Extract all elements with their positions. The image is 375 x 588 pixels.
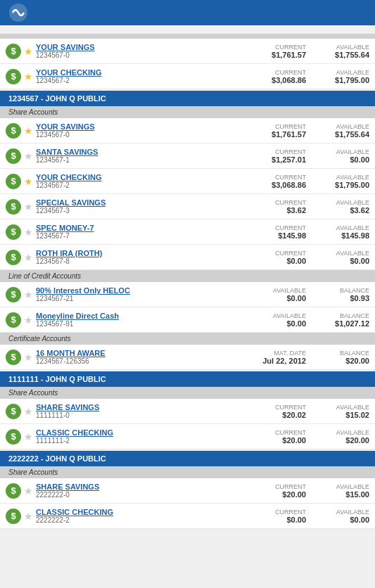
star-empty-icon[interactable]: ★ (24, 511, 33, 522)
account-name[interactable]: Moneyline Direct Cash (36, 312, 243, 320)
group-header[interactable]: 1234567 - JOHN Q PUBLIC (0, 91, 375, 106)
group-header[interactable]: 2222222 - JOHN Q PUBLIC (0, 451, 375, 466)
amount-col1: CURRENT$0.00 (243, 509, 306, 524)
star-filled-icon[interactable]: ★ (24, 125, 33, 136)
account-name[interactable]: SHARE SAVINGS (36, 482, 243, 491)
star-empty-icon[interactable]: ★ (24, 252, 33, 263)
account-name[interactable]: 90% Interest Only HELOC (36, 286, 243, 295)
account-row[interactable]: $★SPECIAL SAVINGS1234567-3CURRENT$3.62AV… (0, 194, 375, 219)
account-name[interactable]: SPEC MONEY-7 (36, 224, 243, 232)
account-info: CLASSIC CHECKING1111111-2 (36, 428, 243, 445)
amount-col2-label: AVAILABLE (306, 224, 369, 231)
account-row[interactable]: $★YOUR CHECKING1234567-2CURRENT$3,068.86… (0, 169, 375, 194)
amount-col2: AVAILABLE$0.00 (306, 509, 369, 524)
star-empty-icon[interactable]: ★ (24, 352, 33, 363)
star-empty-icon[interactable]: ★ (24, 151, 33, 162)
star-empty-icon[interactable]: ★ (24, 289, 33, 300)
account-name[interactable]: YOUR CHECKING (36, 173, 243, 181)
amount-col1-label: CURRENT (243, 174, 306, 181)
account-number: 1234567-7 (36, 232, 243, 240)
account-name[interactable]: YOUR SAVINGS (36, 43, 243, 51)
account-amounts: CURRENT$3.62AVAILABLE$3.62 (243, 199, 369, 215)
amount-col2: AVAILABLE$0.00 (306, 250, 369, 265)
amount-col2-label: AVAILABLE (306, 404, 369, 411)
star-filled-icon[interactable]: ★ (24, 176, 33, 187)
account-name[interactable]: YOUR CHECKING (36, 68, 243, 77)
star-filled-icon[interactable]: ★ (24, 71, 33, 82)
account-name[interactable]: 16 MONTH AWARE (36, 349, 243, 357)
amount-col1-label: CURRENT (243, 509, 306, 516)
amount-col1-value: $3,068.86 (243, 76, 306, 84)
favorites-accounts-list: $★YOUR SAVINGS1234567-0CURRENT$1,761.57A… (0, 39, 375, 89)
star-empty-icon[interactable]: ★ (24, 226, 33, 238)
account-name[interactable]: CLASSIC CHECKING (36, 428, 243, 437)
account-amounts: AVAILABLE$0.00BALANCE$1,027.12 (243, 312, 369, 328)
account-amounts: CURRENT$3,068.86AVAILABLE$1,795.00 (243, 69, 369, 84)
amount-col2: AVAILABLE$145.98 (306, 224, 369, 240)
amount-col2-value: $20.00 (306, 436, 369, 445)
star-empty-icon[interactable]: ★ (24, 406, 33, 417)
account-row[interactable]: $★ROTH IRA (ROTH)1234567-8CURRENT$0.00AV… (0, 245, 375, 270)
account-amounts: CURRENT$3,068.86AVAILABLE$1,795.00 (243, 174, 369, 189)
account-row[interactable]: $★SANTA SAVINGS1234567-1CURRENT$1,257.01… (0, 143, 375, 169)
account-number: 1234567-0 (36, 131, 243, 139)
amount-col2-label: AVAILABLE (306, 148, 369, 155)
account-row[interactable]: $★YOUR SAVINGS1234567-0CURRENT$1,761.57A… (0, 118, 375, 143)
amount-col2-label: BALANCE (306, 350, 369, 357)
account-info: 16 MONTH AWARE1234567-126356 (36, 349, 243, 365)
account-row[interactable]: $★90% Interest Only HELOC1234567-21AVAIL… (0, 282, 375, 307)
account-row[interactable]: $★CLASSIC CHECKING1111111-2CURRENT$20.00… (0, 424, 375, 449)
account-info: SPECIAL SAVINGS1234567-3 (36, 198, 243, 215)
amount-col1-label: CURRENT (243, 224, 306, 231)
account-row[interactable]: $★Moneyline Direct Cash1234567-91AVAILAB… (0, 307, 375, 333)
star-empty-icon[interactable]: ★ (24, 314, 33, 326)
account-row[interactable]: $★CLASSIC CHECKING2222222-2CURRENT$0.00A… (0, 504, 375, 529)
amount-col2-label: AVAILABLE (306, 199, 369, 206)
account-number: 1234567-2 (36, 181, 243, 189)
amount-col2: AVAILABLE$1,795.00 (306, 69, 369, 84)
star-empty-icon[interactable]: ★ (24, 431, 33, 442)
amount-col2-value: $0.00 (306, 155, 369, 164)
account-name[interactable]: SPECIAL SAVINGS (36, 198, 243, 207)
amount-col1-label: CURRENT (243, 429, 306, 436)
account-info: YOUR SAVINGS1234567-0 (36, 43, 243, 59)
star-empty-icon[interactable]: ★ (24, 485, 33, 497)
group-header[interactable]: 1111111 - JOHN Q PUBLIC (0, 371, 375, 387)
amount-col1-value: $0.00 (243, 516, 306, 524)
amount-col2-value: $0.00 (306, 257, 369, 265)
account-row[interactable]: $★SHARE SAVINGS2222222-0CURRENT$20.00AVA… (0, 478, 375, 504)
account-row[interactable]: $★YOUR SAVINGS1234567-0CURRENT$1,761.57A… (0, 39, 375, 64)
amount-col2: AVAILABLE$20.00 (306, 429, 369, 445)
subsection-label: Share Accounts (0, 387, 375, 399)
account-row[interactable]: $★YOUR CHECKING1234567-2CURRENT$3,068.86… (0, 64, 375, 89)
favorites-subsection: $★YOUR SAVINGS1234567-0CURRENT$1,761.57A… (0, 34, 375, 89)
account-row[interactable]: $★SHARE SAVINGS1111111-0CURRENT$20.02AVA… (0, 399, 375, 424)
account-amounts: CURRENT$0.00AVAILABLE$0.00 (243, 509, 369, 524)
amount-col2-label: AVAILABLE (306, 44, 369, 51)
star-filled-icon[interactable]: ★ (24, 46, 33, 57)
account-row[interactable]: $★SPEC MONEY-71234567-7CURRENT$145.98AVA… (0, 219, 375, 245)
account-name[interactable]: SANTA SAVINGS (36, 148, 243, 156)
amount-col2: AVAILABLE$15.00 (306, 483, 369, 499)
account-row[interactable]: $★16 MONTH AWARE1234567-126356MAT. DATEJ… (0, 345, 375, 370)
account-name[interactable]: SHARE SAVINGS (36, 403, 243, 411)
amount-col1: CURRENT$3,068.86 (243, 69, 306, 84)
account-name[interactable]: CLASSIC CHECKING (36, 508, 243, 516)
star-empty-icon[interactable]: ★ (24, 201, 33, 212)
amount-col2-label: AVAILABLE (306, 429, 369, 436)
account-amounts: CURRENT$1,257.01AVAILABLE$0.00 (243, 148, 369, 164)
amount-col2: BALANCE$20.00 (306, 350, 369, 365)
amount-col1-value: $145.98 (243, 231, 306, 240)
amount-col2-label: BALANCE (306, 287, 369, 294)
amount-col2-value: $1,027.12 (306, 319, 369, 328)
account-info: SHARE SAVINGS1111111-0 (36, 403, 243, 419)
account-name[interactable]: ROTH IRA (ROTH) (36, 249, 243, 257)
account-number: 1234567-8 (36, 257, 243, 265)
account-dollar-icon: $ (6, 224, 21, 240)
amount-col2-label: BALANCE (306, 312, 369, 319)
amount-col1: CURRENT$3,068.86 (243, 174, 306, 189)
amount-col2-label: AVAILABLE (306, 483, 369, 490)
account-amounts: AVAILABLE$0.00BALANCE$0.93 (243, 287, 369, 302)
account-name[interactable]: YOUR SAVINGS (36, 122, 243, 131)
amount-col2: BALANCE$1,027.12 (306, 312, 369, 328)
